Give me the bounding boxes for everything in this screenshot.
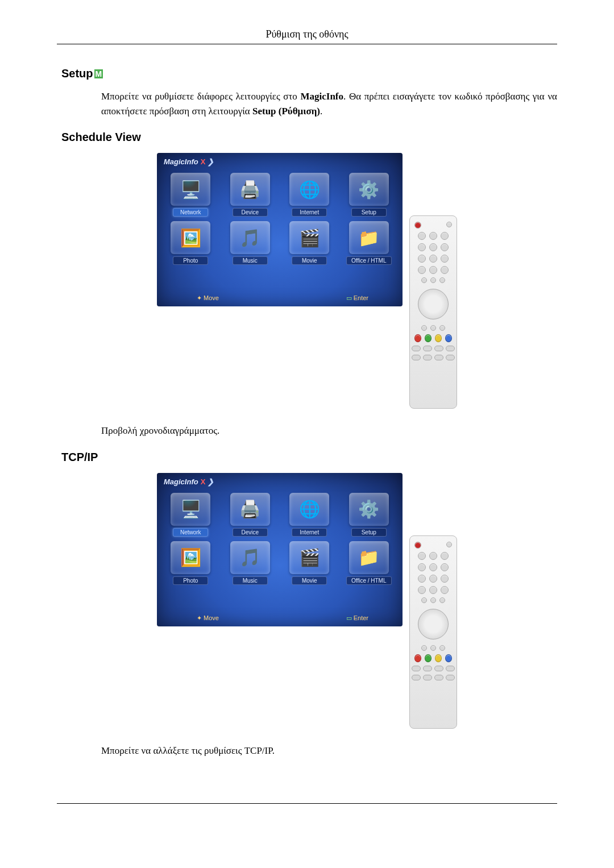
setup-text-pre: Μπορείτε να ρυθμίσετε διάφορες λειτουργί… — [101, 91, 300, 102]
bird-icon: ❯ — [208, 477, 214, 486]
remote-key[interactable] — [412, 346, 421, 351]
remote-key[interactable] — [434, 346, 443, 351]
remote-dpad[interactable] — [418, 609, 449, 639]
remote-key[interactable] — [434, 355, 443, 360]
remote-key[interactable] — [412, 355, 421, 360]
tile-music[interactable]: Music — [225, 541, 276, 585]
monitor-icon — [171, 493, 210, 526]
setup-text-bold1: MagicInfo — [300, 91, 343, 102]
remote-button[interactable] — [418, 243, 426, 251]
remote-key[interactable] — [412, 675, 421, 680]
remote-button[interactable] — [421, 277, 427, 283]
remote-button[interactable] — [418, 586, 426, 594]
remote-button[interactable] — [421, 325, 427, 331]
remote-button[interactable] — [429, 575, 437, 583]
tile-network[interactable]: Network — [165, 493, 217, 537]
remote-button[interactable] — [441, 586, 449, 594]
remote-button[interactable] — [418, 255, 426, 263]
remote-button[interactable] — [441, 563, 449, 571]
remote-button[interactable] — [430, 325, 436, 331]
tile-internet[interactable]: Internet — [284, 493, 335, 537]
tile-label-office: Office / HTML — [346, 256, 392, 265]
remote-red-button[interactable] — [414, 654, 421, 662]
remote-button[interactable] — [441, 232, 449, 240]
tile-movie[interactable]: Movie — [284, 541, 335, 585]
footer-enter: Enter — [346, 614, 368, 622]
tile-label-device: Device — [233, 528, 268, 537]
remote-key[interactable] — [423, 666, 432, 671]
tile-music[interactable]: Music — [225, 221, 276, 265]
remote-blue-button[interactable] — [445, 654, 452, 662]
remote-green-button[interactable] — [425, 654, 432, 662]
remote-key[interactable] — [434, 666, 443, 671]
remote-key[interactable] — [446, 346, 455, 351]
remote-key[interactable] — [446, 675, 455, 680]
remote-source-button[interactable] — [446, 542, 452, 547]
tile-office[interactable]: Office / HTML — [343, 221, 395, 265]
remote-button[interactable] — [430, 597, 436, 603]
figure-tcpip: MagicInfo X ❯ Network Device Internet — [57, 473, 557, 729]
remote-button[interactable] — [418, 552, 426, 560]
remote-dpad[interactable] — [418, 289, 449, 319]
remote-key[interactable] — [446, 666, 455, 671]
tile-label-internet: Internet — [292, 208, 327, 217]
remote-key[interactable] — [423, 355, 432, 360]
remote-button[interactable] — [439, 597, 445, 603]
tile-label-network: Network — [173, 528, 208, 537]
remote-button[interactable] — [429, 255, 437, 263]
remote-red-button[interactable] — [414, 334, 421, 342]
tile-office[interactable]: Office / HTML — [343, 541, 395, 585]
remote-green-button[interactable] — [425, 334, 432, 342]
remote-button[interactable] — [441, 255, 449, 263]
remote-button[interactable] — [430, 277, 436, 283]
remote-power-icon[interactable] — [414, 542, 421, 549]
remote-button[interactable] — [418, 232, 426, 240]
tile-label-office: Office / HTML — [346, 576, 392, 585]
tile-movie[interactable]: Movie — [284, 221, 335, 265]
remote-button[interactable] — [429, 243, 437, 251]
remote-key[interactable] — [423, 346, 432, 351]
tile-device[interactable]: Device — [225, 493, 276, 537]
remote-button[interactable] — [418, 575, 426, 583]
remote-button[interactable] — [429, 232, 437, 240]
remote-button[interactable] — [429, 563, 437, 571]
screen-brand-text: MagicInfo — [164, 157, 198, 166]
remote-yellow-button[interactable] — [435, 654, 442, 662]
remote-power-icon[interactable] — [414, 222, 421, 229]
remote-button[interactable] — [430, 645, 436, 651]
remote-button[interactable] — [441, 266, 449, 274]
folder-icon — [349, 221, 389, 254]
remote-source-button[interactable] — [446, 222, 452, 227]
tile-setup[interactable]: Setup — [343, 173, 395, 217]
remote-button[interactable] — [429, 586, 437, 594]
tile-internet[interactable]: Internet — [284, 173, 335, 217]
remote-blue-button[interactable] — [445, 334, 452, 342]
gear-icon — [349, 173, 389, 206]
tile-device[interactable]: Device — [225, 173, 276, 217]
tile-setup[interactable]: Setup — [343, 493, 395, 537]
tile-network[interactable]: Network — [165, 173, 217, 217]
gear-icon — [349, 493, 389, 526]
remote-button[interactable] — [418, 563, 426, 571]
tile-photo[interactable]: Photo — [165, 541, 217, 585]
remote-control — [409, 535, 457, 729]
remote-button[interactable] — [421, 645, 427, 651]
setup-text-post: . — [320, 106, 322, 117]
remote-button[interactable] — [439, 645, 445, 651]
remote-yellow-button[interactable] — [435, 334, 442, 342]
remote-button[interactable] — [421, 597, 427, 603]
remote-key[interactable] — [434, 675, 443, 680]
remote-button[interactable] — [439, 325, 445, 331]
remote-button[interactable] — [429, 266, 437, 274]
remote-button[interactable] — [439, 277, 445, 283]
remote-button[interactable] — [441, 243, 449, 251]
tile-photo[interactable]: Photo — [165, 221, 217, 265]
remote-key[interactable] — [423, 675, 432, 680]
remote-key[interactable] — [446, 355, 455, 360]
remote-key[interactable] — [412, 666, 421, 671]
remote-button[interactable] — [441, 575, 449, 583]
internet-icon — [289, 493, 329, 526]
remote-button[interactable] — [418, 266, 426, 274]
remote-button[interactable] — [441, 552, 449, 560]
remote-button[interactable] — [429, 552, 437, 560]
